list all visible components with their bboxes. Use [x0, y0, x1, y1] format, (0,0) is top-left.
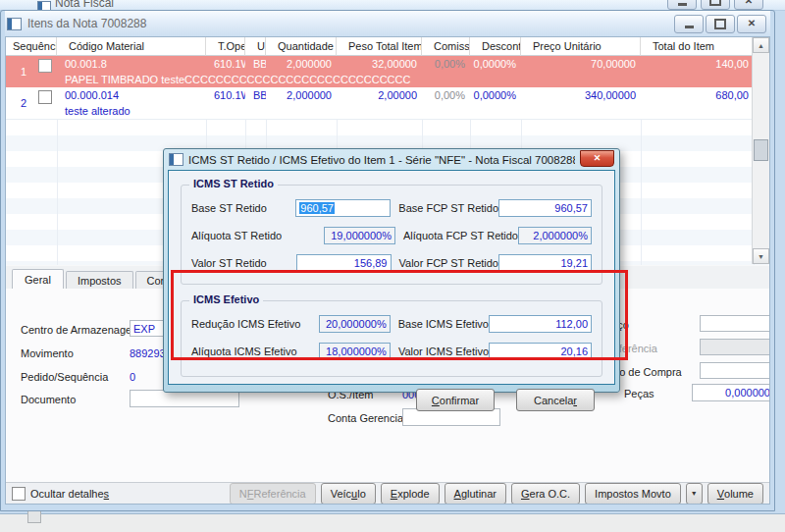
pecas-input[interactable]: 0,000000	[692, 384, 770, 401]
veiculo-button[interactable]: Veículo	[321, 483, 376, 505]
dialog-title: ICMS ST Retido / ICMS Efetivo do Item 1 …	[188, 154, 575, 166]
icms-st-retido-group-title: ICMS ST Retido	[189, 178, 278, 189]
col-header-peso-total[interactable]: Peso Total Item	[337, 37, 422, 56]
window-icon	[7, 18, 22, 30]
col-header-total-item[interactable]: Total do Item	[641, 37, 754, 56]
parent-minimize-button[interactable]	[667, 0, 697, 10]
icms-efetivo-group-title: ICMS Efetivo	[189, 293, 263, 305]
base-icms-efetivo-input[interactable]: 112,00	[489, 315, 592, 333]
col-header-desconto[interactable]: Desconto	[470, 37, 521, 56]
minimize-button[interactable]	[674, 15, 704, 33]
scroll-up-button[interactable]: ▲	[753, 37, 769, 53]
parent-maximize-button[interactable]	[701, 0, 730, 10]
aliquota-st-retido-input[interactable]: 19,000000%	[324, 227, 395, 244]
aliquota-fcp-st-retido-input[interactable]: 2,000000%	[518, 227, 592, 244]
cell-desconto: 0,0000%	[470, 89, 521, 101]
col-header-preco-unitario[interactable]: Preço Unitário	[521, 37, 641, 56]
cell-preco: 340,00000	[521, 89, 641, 101]
valor-icms-efetivo-label: Valor ICMS Efetivo	[391, 346, 489, 357]
base-fcp-st-retido-input[interactable]: 960,57	[498, 199, 592, 217]
impostos-movto-button[interactable]: Impostos Movto	[585, 483, 681, 505]
table-row-selected[interactable]: 1 00.001.8 610.1W BB 2,000000 32,00000 0…	[6, 56, 769, 87]
scroll-up-icon: ▲	[758, 42, 764, 49]
col-header-sequencia[interactable]: Sequência	[6, 37, 57, 56]
dialog-icon	[169, 153, 183, 166]
footer-bar: Ocultar detalhes NF Referência Veículo E…	[6, 482, 769, 504]
col-header-uni[interactable]: Uni	[245, 37, 266, 56]
row-sequence-number: 2	[6, 97, 41, 109]
parent-window-widget	[27, 510, 41, 523]
preco-input[interactable]	[700, 315, 770, 332]
cell-quantidade: 2,000000	[266, 89, 337, 101]
cell-uni: BB	[245, 89, 266, 101]
movimento-label: Movimento	[21, 347, 74, 359]
close-icon: ✕	[748, 19, 756, 28]
dialog-close-button[interactable]: ✕	[580, 150, 614, 167]
valor-fcp-st-retido-input[interactable]: 19,21	[498, 254, 592, 272]
scroll-down-icon: ▼	[758, 253, 764, 260]
icms-st-retido-group: ICMS ST Retido Base ST Retido 960,57 Bas…	[181, 185, 602, 285]
valor-st-retido-input[interactable]: 156,89	[296, 254, 392, 272]
valor-fcp-st-retido-label: Valor FCP ST Retido	[392, 257, 499, 269]
volume-button[interactable]: Volume	[707, 483, 763, 505]
row-select-checkbox[interactable]	[38, 59, 52, 73]
impostos-movto-dropdown-button[interactable]: ▼	[686, 483, 703, 505]
valor-st-retido-label: Valor ST Retido	[191, 257, 296, 269]
tab-impostos[interactable]: Impostos	[66, 271, 133, 289]
table-header-row: Sequência Código Material T.Oper. Uni Qu…	[6, 37, 769, 56]
base-st-retido-input[interactable]: 960,57	[295, 199, 391, 217]
col-header-toper[interactable]: T.Oper.	[206, 37, 245, 56]
pedido-compra-input[interactable]	[700, 362, 770, 379]
cell-comissao: 0,00%	[422, 89, 470, 101]
table-scrollbar[interactable]: ▲ ▼	[752, 37, 769, 264]
tab-geral[interactable]: Geral	[12, 269, 64, 290]
close-icon: ✕	[745, 0, 753, 6]
pecas-label: Peças	[624, 388, 654, 399]
col-header-codigo-material[interactable]: Código Material	[57, 37, 206, 56]
ocultar-detalhes-checkbox[interactable]	[12, 487, 26, 501]
valor-icms-efetivo-input[interactable]: 20,16	[489, 343, 592, 360]
aliquota-icms-efetivo-input[interactable]: 18,000000%	[319, 343, 391, 360]
cancelar-button[interactable]: Cancelar	[516, 389, 595, 411]
cell-toper: 610.1W	[206, 58, 245, 70]
parent-close-button[interactable]: ✕	[734, 0, 763, 10]
conta-gerencial-label: Conta Gerencial	[328, 412, 406, 424]
maximize-icon	[709, 0, 721, 6]
nf-referencia-button[interactable]: NF Referência	[230, 483, 316, 505]
aglutinar-button[interactable]: Aglutinar	[445, 483, 506, 505]
pedido-sequencia-value: 0	[130, 371, 135, 383]
reducao-icms-efetivo-input[interactable]: 20,000000%	[319, 315, 391, 333]
itens-window-titlebar[interactable]: Itens da Nota 7008288 ✕	[5, 11, 770, 36]
scroll-down-button[interactable]: ▼	[753, 248, 769, 264]
screen: Nota Fiscal ✕ Itens da Nota 7008288 ✕ Se…	[0, 0, 785, 532]
cell-uni: BB	[245, 58, 266, 70]
close-button[interactable]: ✕	[737, 15, 766, 33]
row-select-checkbox[interactable]	[38, 90, 52, 104]
confirmar-button[interactable]: Confirmar	[416, 389, 495, 411]
cell-total: 680,00	[641, 89, 754, 101]
aliquota-st-retido-label: Alíquota ST Retido	[191, 230, 324, 241]
ocultar-detalhes-label: Ocultar detalhes	[30, 488, 109, 500]
cell-codigo: 00.000.014	[57, 89, 206, 101]
cell-desconto: 0,0000%	[470, 58, 521, 70]
table-row[interactable]: 2 00.000.014 610.1W BB 2,000000 2,00000 …	[6, 87, 769, 120]
aliquota-icms-efetivo-label: Alíquota ICMS Efetivo	[191, 346, 319, 357]
gera-oc-button[interactable]: Gera O.C.	[511, 483, 580, 505]
parent-window-bottom-area	[0, 513, 785, 532]
pedido-sequencia-label: Pedido/Sequência	[21, 371, 108, 383]
centro-armazenagem-input[interactable]: EXP	[130, 320, 167, 337]
icms-dialog: ICMS ST Retido / ICMS Efetivo do Item 1 …	[163, 148, 620, 393]
window-title: Itens da Nota 7008288	[27, 17, 668, 30]
scrollbar-thumb[interactable]	[754, 139, 768, 161]
maximize-button[interactable]	[706, 15, 735, 33]
explode-button[interactable]: Explode	[381, 483, 440, 505]
cell-peso: 2,00000	[337, 89, 422, 101]
cell-comissao: 0,00%	[422, 58, 470, 70]
base-icms-efetivo-label: Base ICMS Efetivo	[391, 318, 489, 330]
centro-armazenagem-label: Centro de Armazenagem	[21, 324, 140, 336]
col-header-comissao[interactable]: Comissão	[422, 37, 470, 56]
dialog-titlebar[interactable]: ICMS ST Retido / ICMS Efetivo do Item 1 …	[168, 149, 615, 170]
base-st-retido-label: Base ST Retido	[191, 202, 295, 214]
cell-preco: 70,00000	[521, 58, 641, 70]
col-header-quantidade[interactable]: Quantidade	[266, 37, 337, 56]
